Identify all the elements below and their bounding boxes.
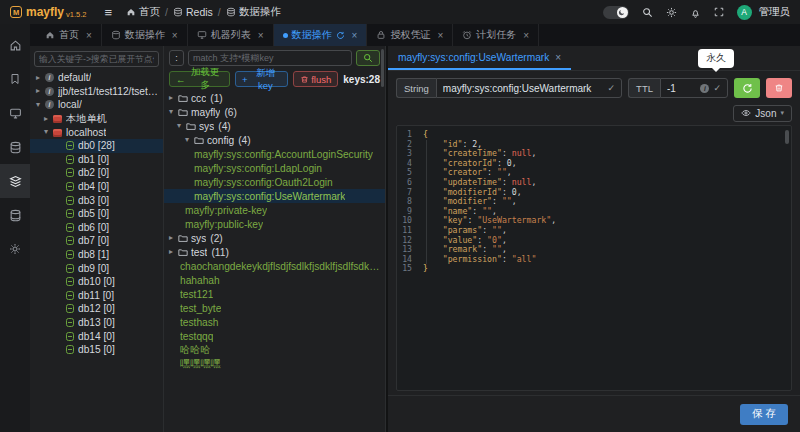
separator-input[interactable]: :: [169, 50, 184, 66]
key-tree-node[interactable]: mayfly:sys:config:UseWartermark: [164, 189, 385, 203]
tab-scheduled-tasks[interactable]: 计划任务 ×: [453, 24, 539, 46]
key-tree-node[interactable]: ▾ mayfly (6): [164, 105, 385, 119]
caret-icon[interactable]: ▸: [169, 234, 178, 242]
tree-node[interactable]: db12 [0]: [30, 302, 163, 316]
tab-data-ops-1[interactable]: 数据操作 ×: [102, 24, 188, 46]
tree-node[interactable]: db15 [0]: [30, 343, 163, 357]
caret-icon[interactable]: ▾: [177, 122, 186, 130]
add-key-button[interactable]: +新增key: [235, 71, 288, 87]
key-tree-node[interactable]: mayfly:public-key: [164, 217, 385, 231]
tree-node[interactable]: db13 [0]: [30, 316, 163, 330]
bell-icon[interactable]: [690, 7, 701, 18]
rail-item-bookmark[interactable]: [0, 62, 30, 96]
caret-icon[interactable]: ▸: [44, 115, 53, 123]
tree-node[interactable]: db1 [0]: [30, 153, 163, 167]
view-mode-select[interactable]: Json ▾: [733, 105, 792, 122]
caret-icon[interactable]: ▾: [44, 128, 53, 136]
key-tree-node[interactable]: testqqq: [164, 329, 385, 343]
refresh-icon[interactable]: [336, 31, 345, 40]
rail-item-machines[interactable]: [0, 96, 30, 130]
app-logo[interactable]: M mayfly v1.5.2: [10, 5, 86, 19]
rail-item-database-alt[interactable]: [0, 198, 30, 232]
tree-node[interactable]: db0 [28]: [30, 139, 163, 153]
caret-icon[interactable]: ▸: [169, 248, 178, 256]
tree-node[interactable]: db8 [1]: [30, 248, 163, 262]
tree-node[interactable]: db9 [0]: [30, 261, 163, 275]
search-keys-button[interactable]: [356, 50, 380, 66]
breadcrumb-home[interactable]: 首页: [126, 5, 160, 19]
tab-auth-cert[interactable]: 授权凭证 ×: [367, 24, 453, 46]
tree-node[interactable]: db4 [0]: [30, 180, 163, 194]
fullscreen-icon[interactable]: [714, 7, 724, 17]
close-icon[interactable]: ×: [258, 30, 264, 41]
breadcrumb-redis[interactable]: Redis: [173, 6, 213, 18]
sidebar-collapse-icon[interactable]: ≡: [104, 6, 112, 19]
editor-line[interactable]: 15}: [397, 264, 791, 274]
key-tree-node[interactable]: 哈哈哈: [164, 343, 385, 357]
load-more-button[interactable]: ←加载更多: [169, 71, 230, 87]
connection-search-input[interactable]: [34, 51, 159, 67]
tab-machine-list[interactable]: 机器列表 ×: [188, 24, 274, 46]
key-tree-node[interactable]: ▸ test (11): [164, 245, 385, 259]
caret-icon[interactable]: ▸: [36, 87, 45, 95]
tree-node[interactable]: db6 [0]: [30, 221, 163, 235]
refresh-value-button[interactable]: [734, 78, 760, 98]
key-tree-node[interactable]: mayfly:sys:config:Oauth2Login: [164, 175, 385, 189]
dark-mode-toggle[interactable]: [603, 6, 629, 19]
delete-key-button[interactable]: [766, 78, 792, 98]
scrollbar-thumb[interactable]: [381, 49, 384, 87]
rail-item-database[interactable]: [0, 130, 30, 164]
key-tree-node[interactable]: chaochangdekeykdjflsdjfsdlkfjsdklfjsdlfs…: [164, 259, 385, 273]
search-icon[interactable]: [642, 7, 653, 18]
key-tree-node[interactable]: ▸ ccc (1): [164, 91, 385, 105]
key-search-input[interactable]: [188, 50, 352, 66]
tree-node[interactable]: db14 [0]: [30, 329, 163, 343]
tree-node[interactable]: db5 [0]: [30, 207, 163, 221]
key-tree-node[interactable]: 嘿嘿嘿嘿: [164, 357, 385, 371]
tree-node[interactable]: ▾ localhost: [30, 125, 163, 139]
tree-node[interactable]: ▸ default/: [30, 71, 163, 85]
key-tree-node[interactable]: mayfly:sys:config:LdapLogin: [164, 161, 385, 175]
key-tree-node[interactable]: ▾ sys (4): [164, 119, 385, 133]
key-tree-node[interactable]: testhash: [164, 315, 385, 329]
key-tree-node[interactable]: mayfly:sys:config:AccountLoginSecurity: [164, 147, 385, 161]
close-icon[interactable]: ×: [86, 30, 92, 41]
tab-home[interactable]: 首页 ×: [36, 24, 102, 46]
key-tree-node[interactable]: mayfly:private-key: [164, 203, 385, 217]
close-icon[interactable]: ×: [352, 30, 358, 41]
flush-button[interactable]: flush: [293, 71, 338, 87]
info-icon[interactable]: i: [700, 84, 709, 93]
tree-node[interactable]: db10 [0]: [30, 275, 163, 289]
caret-icon[interactable]: ▾: [36, 101, 45, 109]
breadcrumb-data-ops[interactable]: 数据操作: [226, 5, 281, 19]
value-editor[interactable]: 1{2 "id": 2,3 "createTime": null,4 "crea…: [396, 125, 792, 391]
key-tree-node[interactable]: test_byte: [164, 301, 385, 315]
gear-icon[interactable]: [666, 7, 677, 18]
caret-icon[interactable]: ▸: [36, 74, 45, 82]
caret-icon[interactable]: ▾: [169, 108, 178, 116]
tree-node[interactable]: db3 [0]: [30, 193, 163, 207]
tree-node[interactable]: ▾ local/: [30, 98, 163, 112]
close-icon[interactable]: ×: [172, 30, 178, 41]
username-label[interactable]: 管理员: [759, 5, 791, 19]
close-icon[interactable]: ×: [555, 52, 561, 63]
check-icon[interactable]: ✓: [608, 83, 616, 93]
scrollbar-thumb[interactable]: [785, 130, 789, 144]
caret-icon[interactable]: ▸: [169, 94, 178, 102]
key-tree-node[interactable]: ▾ config (4): [164, 133, 385, 147]
tree-node[interactable]: ▸ jjb/test1/test112/tsetfasfasdfa: [30, 85, 163, 99]
tab-data-ops-active[interactable]: 数据操作 ×: [274, 24, 368, 46]
detail-tab-usewartermark[interactable]: mayfly:sys:config:UseWartermark ×: [388, 46, 571, 70]
caret-icon[interactable]: ▾: [185, 136, 194, 144]
tree-node[interactable]: db2 [0]: [30, 166, 163, 180]
ttl-input[interactable]: -1 i ✓: [660, 78, 728, 98]
key-tree-node[interactable]: hahahah: [164, 273, 385, 287]
tree-node[interactable]: db11 [0]: [30, 289, 163, 303]
rail-item-home[interactable]: [0, 28, 30, 62]
editor-line[interactable]: 14 "permission": "all": [397, 255, 791, 265]
check-icon[interactable]: ✓: [713, 83, 721, 93]
tree-node[interactable]: db7 [0]: [30, 234, 163, 248]
user-avatar[interactable]: A: [737, 5, 752, 20]
tree-node[interactable]: ▸ 本地单机: [30, 112, 163, 126]
close-icon[interactable]: ×: [523, 30, 529, 41]
